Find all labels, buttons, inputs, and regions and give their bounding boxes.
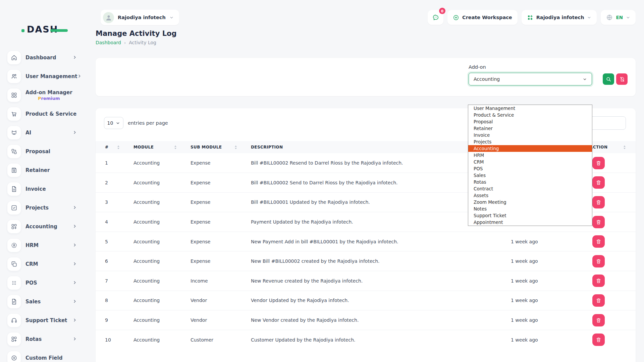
delete-row-button[interactable] [592,294,605,307]
sidebar-item-retainer[interactable]: Retainer [0,164,91,177]
sidebar-item-crm[interactable]: CRM [0,257,91,271]
sidebar-item-support-ticket[interactable]: Support Ticket [0,314,91,327]
sidebar-item-label: CRM [25,261,38,267]
delete-row-button[interactable] [592,334,605,346]
sidebar-item-label: Invoice [25,186,46,192]
sidebar-item-label: Proposal [25,148,50,155]
addon-option-product-service[interactable]: Product & Service [468,112,592,118]
topbar-right-group: 0 Create Workspace Rajodiya infot [428,10,636,25]
row-number: 3 [96,192,124,212]
row-number: 5 [96,232,124,251]
sidebar-item-product-service[interactable]: Product & Service [0,107,91,121]
addon-option-support-ticket[interactable]: Support Ticket [468,212,592,219]
sidebar-item-label: Dashboard [25,55,56,61]
workspace-grid-icon [527,14,533,21]
sidebar-item-ai[interactable]: AI [0,126,91,139]
sidebar-item-label: Product & Service [25,111,76,117]
addon-select[interactable]: Accounting [469,73,592,85]
sidebar-item-dashboard[interactable]: Dashboard [0,51,91,64]
table-row: 7AccountingIncomeNew Revenue created by … [96,271,636,291]
row-module: Accounting [124,310,181,330]
addon-option-crm[interactable]: CRM [468,159,592,165]
messages-button[interactable]: 0 [428,10,443,25]
row-number: 9 [96,310,124,330]
language-label: EN [616,15,623,20]
delete-row-button[interactable] [592,314,605,326]
sidebar-item-label: Custom Field [25,355,62,361]
breadcrumb: Dashboard › Activity Log [96,40,636,45]
crm-icon [7,257,21,271]
chevron-right-icon [72,261,77,267]
addon-option-user-management[interactable]: User Management [468,105,592,112]
delete-row-button[interactable] [592,176,605,189]
workspace-chip[interactable]: Rajodiya infotech [101,10,179,25]
column-header-[interactable]: # [96,141,124,153]
row-description: Payment Updated by the Rajodiya infotech… [241,212,501,232]
page-head: Manage Activity Log Dashboard › Activity… [96,29,636,45]
row-number: 2 [96,173,124,193]
sidebar: DASH DashboardUser ManagementAdd-on Mana… [0,0,91,362]
chevron-right-icon [72,336,77,343]
sidebar-item-custom-field[interactable]: Custom Field [0,351,91,362]
sidebar-item-hrm[interactable]: HRM [0,239,91,252]
sidebar-item-rotas[interactable]: Rotas [0,333,91,346]
sidebar-item-invoice[interactable]: Invoice [0,182,91,196]
addon-option-notes[interactable]: Notes [468,205,592,212]
workspace-menu[interactable]: Rajodiya infotech [522,10,597,25]
addon-option-appointment[interactable]: Appointment [468,219,592,226]
sales-icon [7,295,21,308]
sidebar-item-proposal[interactable]: Proposal [0,145,91,158]
breadcrumb-separator: › [124,40,126,45]
sidebar-item-add-on-manager[interactable]: Add-on ManagerPremium [0,88,91,102]
entries-per-page-select[interactable]: 10 [104,117,123,129]
sidebar-item-projects[interactable]: Projects [0,201,91,215]
addon-label: Add-on [469,64,628,70]
addon-option-assets[interactable]: Assets [468,192,592,199]
delete-row-button[interactable] [592,255,605,267]
addon-option-accounting[interactable]: Accounting [468,145,592,152]
column-header-module[interactable]: MODULE [124,141,181,153]
addon-option-projects[interactable]: Projects [468,138,592,145]
column-header-description[interactable]: DESCRIPTION [241,141,501,153]
addon-option-sales[interactable]: Sales [468,172,592,179]
addon-option-proposal[interactable]: Proposal [468,118,592,125]
create-workspace-label: Create Workspace [462,15,512,20]
sidebar-item-accounting[interactable]: Accounting [0,220,91,233]
addon-option-hrm[interactable]: HRM [468,152,592,159]
sidebar-item-user-management[interactable]: User Management [0,70,91,83]
delete-row-button[interactable] [592,157,605,169]
language-menu[interactable]: EN [601,10,636,25]
sidebar-item-pos[interactable]: POS [0,276,91,290]
row-description: New Revenue created by the Rajodiya info… [241,271,501,291]
row-number: 8 [96,291,124,310]
addon-option-retainer[interactable]: Retainer [468,125,592,132]
chevron-right-icon [72,205,77,211]
addon-option-invoice[interactable]: Invoice [468,132,592,138]
addon-option-contract[interactable]: Contract [468,185,592,192]
delete-row-button[interactable] [592,196,605,208]
support-ticket-icon [7,314,21,327]
delete-row-button[interactable] [592,216,605,228]
search-button[interactable] [603,73,614,85]
sidebar-item-label: Sales [25,299,41,305]
sidebar-item-sales[interactable]: Sales [0,295,91,308]
logo-dot [21,29,24,32]
hrm-icon [7,239,21,252]
chevron-right-icon [72,130,77,136]
addon-option-pos[interactable]: POS [468,165,592,172]
row-description: Bill #BILL00002 Send to Darrel Rioss by … [241,173,501,193]
delete-row-button[interactable] [592,275,605,287]
sidebar-item-label: Add-on Manager [25,89,72,96]
chevron-right-icon [72,242,77,249]
create-workspace-button[interactable]: Create Workspace [447,10,518,25]
addon-grid-icon [7,88,21,102]
addon-option-zoom-meeting[interactable]: Zoom Meeting [468,199,592,205]
row-sub-module: Vendor [181,291,241,310]
addon-option-rotas[interactable]: Rotas [468,179,592,185]
row-module: Accounting [124,291,181,310]
column-header-sub-module[interactable]: SUB MODULE [181,141,241,153]
breadcrumb-dashboard-link[interactable]: Dashboard [96,40,121,45]
delete-row-button[interactable] [592,235,605,248]
row-sub-module: Expense [181,153,241,173]
reset-filter-button[interactable] [616,73,628,85]
